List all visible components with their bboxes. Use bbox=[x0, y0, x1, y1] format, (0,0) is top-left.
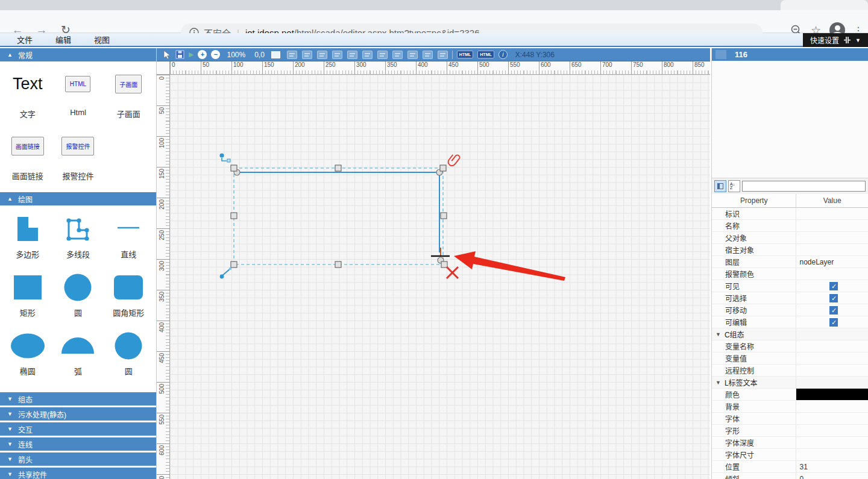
widget-子画面[interactable]: 子画面子画面 bbox=[103, 68, 154, 129]
property-value[interactable] bbox=[796, 425, 868, 436]
section-header-collapsed-2[interactable]: ▼交互 bbox=[0, 422, 156, 436]
panel-title-bar[interactable]: 116 bbox=[712, 48, 868, 61]
delete-x-icon[interactable] bbox=[447, 267, 458, 278]
triangle-down-icon[interactable]: ▼ bbox=[715, 380, 721, 386]
property-value[interactable]: ✓ bbox=[796, 292, 868, 304]
property-value[interactable]: ✓ bbox=[796, 280, 868, 292]
property-row-6[interactable]: 可见✓ bbox=[712, 280, 868, 292]
menubar-item-1[interactable]: 编辑 bbox=[49, 33, 77, 46]
property-value[interactable] bbox=[796, 413, 868, 424]
align-left-icon[interactable] bbox=[317, 51, 327, 59]
categorize-view-icon[interactable] bbox=[714, 180, 726, 192]
property-row-7[interactable]: 可选择✓ bbox=[712, 292, 868, 304]
checkbox-checked-icon[interactable]: ✓ bbox=[829, 306, 838, 315]
selection-handles[interactable] bbox=[231, 165, 447, 268]
triangle-down-icon[interactable]: ▼ bbox=[715, 331, 721, 337]
drawing-grid[interactable] bbox=[170, 75, 710, 479]
group-icon[interactable] bbox=[287, 51, 297, 59]
sort-az-icon[interactable]: A↓Z bbox=[728, 180, 740, 192]
shape-tool-polyline[interactable]: 多线段 bbox=[53, 214, 104, 267]
property-row-19[interactable]: 字体深度 bbox=[712, 437, 868, 449]
shape-tool-rect[interactable]: 矩形 bbox=[2, 273, 53, 325]
property-row-1[interactable]: 名称 bbox=[712, 220, 868, 232]
widget-画面链接[interactable]: 画面链接画面链接 bbox=[2, 130, 53, 191]
property-search-input[interactable] bbox=[742, 181, 866, 192]
property-value[interactable] bbox=[796, 377, 868, 388]
align-center-h-icon[interactable] bbox=[332, 51, 342, 59]
widget-报警控件[interactable]: 报警控件报警控件 bbox=[53, 130, 104, 191]
property-value[interactable] bbox=[796, 340, 868, 352]
section-header-collapsed-4[interactable]: ▼箭头 bbox=[0, 452, 156, 466]
property-value[interactable] bbox=[796, 389, 868, 400]
align-right-icon[interactable] bbox=[347, 51, 357, 59]
save-floppy-icon[interactable] bbox=[175, 50, 184, 59]
shape-tool-polygon[interactable]: 多边形 bbox=[2, 214, 53, 267]
html-source-icon[interactable]: HTML bbox=[457, 51, 473, 58]
property-row-10[interactable]: ▼C组态 bbox=[712, 328, 868, 340]
property-value[interactable] bbox=[796, 208, 868, 219]
property-value[interactable] bbox=[796, 244, 868, 255]
menubar-item-0[interactable]: 文件 bbox=[11, 33, 39, 46]
property-value[interactable] bbox=[796, 352, 868, 364]
property-row-14[interactable]: ▼L标签文本 bbox=[712, 377, 868, 389]
align-middle-icon[interactable] bbox=[377, 51, 388, 59]
ungroup-icon[interactable] bbox=[302, 51, 312, 59]
color-swatch[interactable] bbox=[796, 389, 868, 400]
property-row-15[interactable]: 颜色 bbox=[712, 389, 868, 401]
property-value[interactable] bbox=[796, 232, 868, 243]
property-row-16[interactable]: 背景 bbox=[712, 401, 868, 413]
property-row-20[interactable]: 字体尺寸 bbox=[712, 449, 868, 461]
section-header-collapsed-1[interactable]: ▼污水处理(静态) bbox=[0, 407, 156, 421]
property-row-11[interactable]: 变量名称 bbox=[712, 340, 868, 352]
property-row-18[interactable]: 字形 bbox=[712, 425, 868, 437]
property-row-8[interactable]: 可移动✓ bbox=[712, 304, 868, 316]
property-row-13[interactable]: 远程控制 bbox=[712, 365, 868, 377]
property-value[interactable] bbox=[796, 220, 868, 231]
shape-tool-circle[interactable]: 圆 bbox=[53, 273, 104, 325]
select-cursor-icon[interactable] bbox=[163, 50, 171, 60]
property-value[interactable] bbox=[796, 449, 868, 460]
align-bottom-icon[interactable] bbox=[392, 51, 403, 59]
info-circle-icon[interactable]: i bbox=[498, 50, 508, 59]
shape-tool-ellipse[interactable]: 椭圆 bbox=[2, 331, 53, 384]
property-row-9[interactable]: 可编辑✓ bbox=[712, 316, 868, 328]
vertex-handles[interactable] bbox=[234, 169, 444, 263]
same-height-icon[interactable] bbox=[423, 51, 433, 59]
property-value[interactable]: nodeLayer bbox=[796, 256, 868, 268]
section-header-general[interactable]: ▲ 常规 bbox=[0, 48, 156, 61]
align-top-icon[interactable] bbox=[362, 51, 373, 59]
property-row-4[interactable]: 图层nodeLayer bbox=[712, 256, 868, 268]
section-header-collapsed-0[interactable]: ▼组态 bbox=[0, 392, 156, 405]
distribute-icon[interactable] bbox=[438, 51, 448, 59]
property-row-17[interactable]: 字体 bbox=[712, 413, 868, 425]
checkbox-checked-icon[interactable]: ✓ bbox=[829, 282, 838, 290]
checkbox-checked-icon[interactable]: ✓ bbox=[829, 294, 838, 302]
section-header-collapsed-3[interactable]: ▼连线 bbox=[0, 437, 156, 451]
widget-文字[interactable]: Text文字 bbox=[2, 68, 53, 129]
property-row-3[interactable]: 宿主对象 bbox=[712, 244, 868, 256]
shape-tool-rounded-rect[interactable]: 圆角矩形 bbox=[103, 273, 154, 325]
quick-settings-button[interactable]: 快速设置 ▼ bbox=[803, 33, 868, 47]
section-header-draw[interactable]: ▲ 绘图 bbox=[0, 192, 156, 205]
browser-tab[interactable] bbox=[781, 0, 868, 10]
property-value[interactable]: 0 bbox=[796, 473, 868, 479]
widget-Html[interactable]: HTMLHtml bbox=[53, 68, 104, 129]
checkbox-checked-icon[interactable]: ✓ bbox=[829, 318, 838, 327]
shape-tool-line[interactable]: 直线 bbox=[103, 214, 154, 267]
property-value[interactable]: 31 bbox=[796, 461, 868, 472]
property-value[interactable]: ✓ bbox=[796, 316, 868, 328]
html-preview-icon[interactable]: HTML bbox=[477, 51, 494, 58]
property-row-5[interactable]: 报警颜色 bbox=[712, 268, 868, 280]
canvas-properties-icon[interactable] bbox=[271, 51, 280, 58]
property-value[interactable] bbox=[796, 268, 868, 280]
section-header-collapsed-5[interactable]: ▼共享控件 bbox=[0, 468, 156, 479]
property-row-22[interactable]: 倾斜0 bbox=[712, 473, 868, 479]
shape-tool-circle[interactable]: 圆 bbox=[103, 331, 154, 384]
property-value[interactable] bbox=[796, 328, 868, 340]
same-width-icon[interactable] bbox=[407, 51, 418, 59]
menubar-item-2[interactable]: 视图 bbox=[88, 33, 116, 46]
property-value[interactable]: ✓ bbox=[796, 304, 868, 316]
property-value[interactable] bbox=[796, 401, 868, 412]
property-value[interactable] bbox=[796, 437, 868, 448]
property-row-2[interactable]: 父对象 bbox=[712, 232, 868, 244]
